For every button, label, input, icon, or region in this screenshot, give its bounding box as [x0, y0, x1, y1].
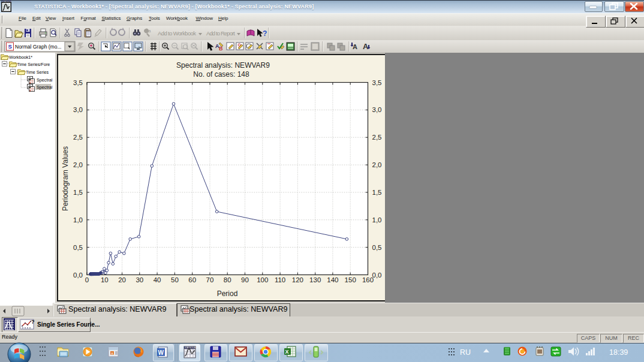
svg-text:RU: RU	[460, 348, 471, 357]
svg-text:60: 60	[188, 276, 196, 283]
svg-text:50: 50	[171, 276, 179, 283]
svg-text:2,5: 2,5	[372, 134, 382, 141]
svg-text:0,5: 0,5	[372, 244, 382, 251]
svg-text:10: 10	[101, 276, 109, 283]
svg-text:Time Series: Time Series	[26, 70, 49, 75]
svg-text:3,0: 3,0	[372, 106, 382, 113]
svg-text:Time Series/Fore: Time Series/Fore	[17, 62, 50, 67]
svg-text:Periodogram Values: Periodogram Values	[61, 146, 70, 211]
svg-text:0,0: 0,0	[372, 272, 382, 279]
svg-text:2,0: 2,0	[73, 161, 83, 168]
svg-text:1,0: 1,0	[372, 216, 382, 224]
svg-text:110: 110	[275, 276, 285, 283]
svg-text:40: 40	[154, 276, 161, 283]
svg-text:W: W	[158, 349, 164, 356]
svg-text:Normal Graph (mo...: Normal Graph (mo...	[15, 44, 61, 50]
svg-text:S: S	[8, 43, 12, 50]
svg-text:3,5: 3,5	[372, 79, 382, 86]
svg-text:20: 20	[118, 276, 126, 283]
svg-text:90: 90	[241, 276, 249, 283]
svg-text:1,5: 1,5	[73, 189, 83, 196]
svg-text:2,0: 2,0	[372, 161, 382, 168]
svg-text:70: 70	[206, 276, 214, 283]
svg-text:Workbook1*: Workbook1*	[9, 55, 32, 60]
svg-text:150: 150	[345, 276, 356, 283]
svg-text:Spectral: Spectral	[37, 77, 53, 83]
svg-text:0: 0	[85, 276, 89, 283]
svg-text:1,5: 1,5	[372, 189, 382, 196]
svg-text:120: 120	[292, 276, 303, 283]
svg-text:STATISTICA: STATISTICA	[185, 346, 196, 349]
svg-text:No. of cases: 148: No. of cases: 148	[193, 70, 249, 79]
svg-text:A: A	[363, 42, 369, 51]
svg-text:3,0: 3,0	[73, 106, 83, 113]
svg-text:?: ?	[31, 319, 35, 325]
svg-text:140: 140	[327, 276, 338, 283]
svg-text:18:39: 18:39	[609, 348, 628, 357]
svg-text:30: 30	[136, 276, 143, 283]
svg-text:2,5: 2,5	[73, 134, 83, 141]
svg-text:Add to Report: Add to Report	[206, 30, 235, 37]
svg-text:1,0: 1,0	[73, 216, 83, 224]
svg-text:Add to Workbook: Add to Workbook	[158, 30, 196, 37]
svg-text:a: a	[148, 28, 151, 34]
svg-text:A: A	[111, 352, 113, 355]
svg-text:X: X	[285, 349, 289, 355]
svg-text:100: 100	[257, 276, 268, 283]
svg-text:0,0: 0,0	[73, 272, 83, 279]
svg-text:3,5: 3,5	[73, 79, 83, 86]
svg-text:Period: Period	[217, 289, 238, 298]
svg-text:0,5: 0,5	[73, 244, 83, 251]
svg-text:Spectral analysis: NEWVAR9: Spectral analysis: NEWVAR9	[176, 61, 270, 70]
svg-text:Spectral: Spectral	[37, 85, 53, 90]
svg-text:80: 80	[224, 276, 231, 283]
svg-text:130: 130	[309, 276, 321, 283]
svg-text:A: A	[353, 43, 357, 50]
svg-text:?: ?	[263, 29, 267, 38]
